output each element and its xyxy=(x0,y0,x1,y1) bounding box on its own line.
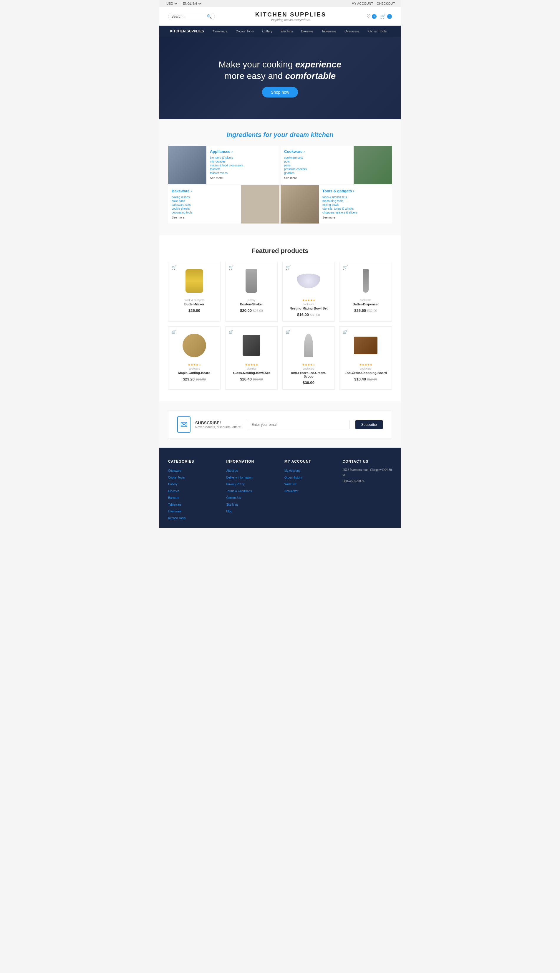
add-to-cart-icon[interactable]: 🛒 xyxy=(343,265,348,270)
wishlist-icon-group[interactable]: ♡ 0 xyxy=(367,13,377,19)
footer-info-link[interactable]: Contact Us xyxy=(227,496,241,500)
footer-contact-title: CONTACT US xyxy=(343,460,392,463)
nav-item-electrics[interactable]: Electrics xyxy=(277,26,297,37)
header-search-area: 🔍 xyxy=(168,13,215,20)
category-link[interactable]: pots xyxy=(284,160,350,163)
nav-item-tableware[interactable]: Tableware xyxy=(317,26,340,37)
footer-info-link[interactable]: About us xyxy=(227,469,238,472)
category-link[interactable]: utensils, tongs & whisks xyxy=(322,207,388,210)
product-name[interactable]: Glass-Nesting-Bowl-Set xyxy=(230,371,273,375)
product-card: 🛒★★★★★cookwareEnd-Grain-Chopping-Board$1… xyxy=(340,326,392,390)
category-link[interactable]: cookware sets xyxy=(284,156,350,159)
hero-headline: Make your cooking experience more easy a… xyxy=(219,58,342,82)
my-account-link[interactable]: MY ACCOUNT xyxy=(352,2,373,5)
currency-select[interactable]: USD xyxy=(165,2,178,6)
category-text: Tools & gadgets ›tools & utensil setsmea… xyxy=(319,185,392,223)
shop-now-button[interactable]: Shop now xyxy=(262,87,298,97)
search-icon[interactable]: 🔍 xyxy=(207,14,212,19)
footer-categories-link[interactable]: Kitchen Tools xyxy=(168,516,185,520)
category-link[interactable]: mixing bowls xyxy=(322,203,388,207)
nav-item-ovenware[interactable]: Ovenware xyxy=(340,26,363,37)
category-link[interactable]: cookie sheets xyxy=(172,207,238,210)
product-category: cutlery xyxy=(230,298,273,302)
subscribe-email-input[interactable] xyxy=(247,420,349,429)
add-to-cart-icon[interactable]: 🛒 xyxy=(172,330,177,334)
cart-badge: 0 xyxy=(387,14,392,19)
category-item: Bakeware ›baking dishescake pansbakeware… xyxy=(168,185,279,223)
product-name[interactable]: Anti-Freeze-Ice-Cream-Scoop xyxy=(287,371,330,378)
category-title[interactable]: Tools & gadgets › xyxy=(322,189,388,193)
footer-info-link[interactable]: Delivery Information xyxy=(227,476,253,479)
nav-item-kitchentools[interactable]: Kitchen Tools xyxy=(363,26,391,37)
category-link[interactable]: cake pans xyxy=(172,199,238,203)
add-to-cart-icon[interactable]: 🛒 xyxy=(286,330,291,334)
category-title[interactable]: Appliances › xyxy=(210,149,276,154)
see-more-link[interactable]: See more xyxy=(322,216,388,219)
add-to-cart-icon[interactable]: 🛒 xyxy=(172,265,177,270)
product-image xyxy=(344,266,387,296)
product-image-visual xyxy=(363,269,368,293)
nav-item-barware[interactable]: Barware xyxy=(297,26,317,37)
product-name[interactable]: Boston-Shaker xyxy=(230,302,273,306)
category-link[interactable]: griddles xyxy=(284,172,350,175)
see-more-link[interactable]: See more xyxy=(172,216,238,219)
add-to-cart-icon[interactable]: 🛒 xyxy=(286,265,291,270)
category-link[interactable]: microwaves xyxy=(210,160,276,163)
nav-item-cutlery[interactable]: Cutlery xyxy=(258,26,277,37)
category-link[interactable]: pans xyxy=(284,164,350,167)
checkout-link[interactable]: CHECKOUT xyxy=(377,2,395,5)
footer-account-link[interactable]: Order History xyxy=(284,476,302,479)
product-image-visual xyxy=(245,269,257,293)
footer-categories-link[interactable]: Barware xyxy=(168,496,179,500)
product-price-group: $30.00 xyxy=(287,380,330,385)
product-name[interactable]: Butter-Maker xyxy=(173,302,216,306)
category-link[interactable]: bakeware sets xyxy=(172,203,238,207)
nav-item-cookware[interactable]: Cookware xyxy=(209,26,232,37)
footer-info-link[interactable]: Privacy Policy xyxy=(227,483,245,486)
footer-info-link[interactable]: Site Map xyxy=(227,503,238,506)
category-link[interactable]: baking dishes xyxy=(172,195,238,199)
wishlist-badge: 0 xyxy=(372,14,377,19)
add-to-cart-icon[interactable]: 🛒 xyxy=(228,330,233,334)
footer-account-title: MY ACCOUNT xyxy=(284,460,334,463)
footer-categories-link[interactable]: Cookware xyxy=(168,469,182,472)
category-link[interactable]: measuring tools xyxy=(322,199,388,203)
product-name[interactable]: Maple-Cutting-Board xyxy=(173,371,216,375)
category-link[interactable]: pressure cookers xyxy=(284,168,350,171)
product-stars: ★★★★★ xyxy=(287,298,330,302)
footer-account-link[interactable]: Newsletter xyxy=(284,490,298,493)
category-link[interactable]: mixers & food processors xyxy=(210,164,276,167)
footer-account-link[interactable]: My Account xyxy=(284,469,300,472)
footer-info-link[interactable]: Terms & Conditions xyxy=(227,490,252,493)
footer-categories-link[interactable]: Cooks' Tools xyxy=(168,476,185,479)
category-link[interactable]: tools & utensil sets xyxy=(322,195,388,199)
see-more-link[interactable]: See more xyxy=(284,177,350,180)
footer-categories-link[interactable]: Electrics xyxy=(168,490,179,493)
category-link[interactable]: blenders & juicers xyxy=(210,156,276,159)
footer-account-link[interactable]: Wish List xyxy=(284,483,297,486)
category-title[interactable]: Bakeware › xyxy=(172,189,238,193)
language-select[interactable]: ENGLISH xyxy=(182,2,202,6)
add-to-cart-icon[interactable]: 🛒 xyxy=(343,330,348,334)
add-to-cart-icon[interactable]: 🛒 xyxy=(228,265,233,270)
product-name[interactable]: Nesting-Mixing-Bowl-Set xyxy=(287,307,330,310)
footer-info-link[interactable]: Blog xyxy=(227,510,232,513)
category-title[interactable]: Cookware › xyxy=(284,149,350,154)
subscribe-button[interactable]: Subscribe xyxy=(355,420,383,429)
category-link[interactable]: choppers, graters & slicers xyxy=(322,211,388,214)
cart-icon-group[interactable]: 🛒 0 xyxy=(380,13,392,19)
footer-categories-link[interactable]: Cutlery xyxy=(168,483,178,486)
product-name[interactable]: End-Grain-Chopping-Board xyxy=(344,371,387,375)
see-more-link[interactable]: See more xyxy=(210,177,276,180)
category-item: Cookware ›cookware setspotspanspressure … xyxy=(281,146,392,184)
footer-categories-link[interactable]: Tableware xyxy=(168,503,182,506)
search-input[interactable] xyxy=(172,15,207,18)
category-link[interactable]: toasters xyxy=(210,168,276,171)
nav-item-cookstools[interactable]: Cooks' Tools xyxy=(232,26,258,37)
category-image xyxy=(241,185,279,223)
product-name[interactable]: Batter-Dispenser xyxy=(344,302,387,306)
category-link[interactable]: decorating tools xyxy=(172,211,238,214)
category-link[interactable]: toaster ovens xyxy=(210,172,276,175)
footer-categories-link[interactable]: Ovenware xyxy=(168,510,182,513)
nav-brand[interactable]: KITCHEN SUPPLIES xyxy=(165,26,209,37)
